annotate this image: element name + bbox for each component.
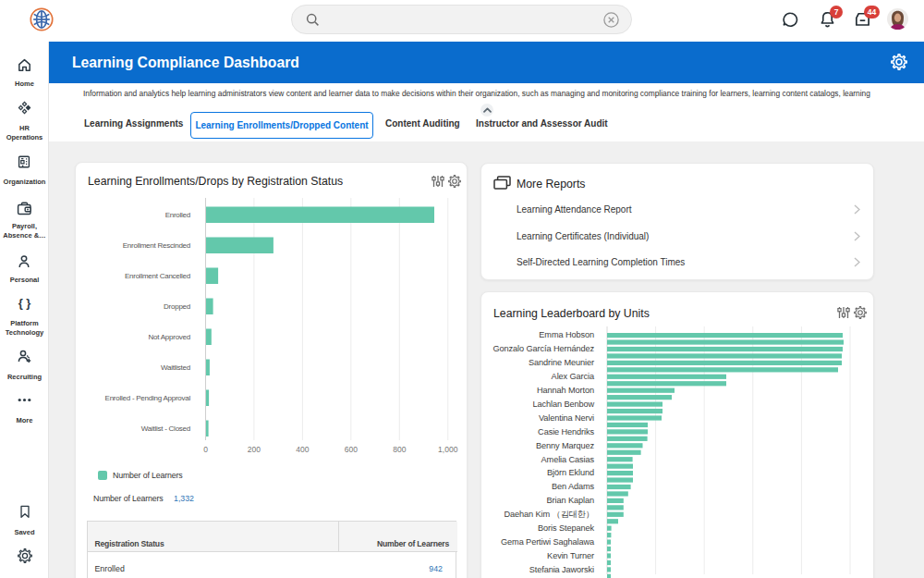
svg-text:Björn Eklund: Björn Eklund <box>547 468 594 477</box>
svg-text:Enrollment Cancelled: Enrollment Cancelled <box>125 272 190 280</box>
svg-text:400: 400 <box>296 445 309 454</box>
svg-text:Daehan Kim （김대한）: Daehan Kim （김대한） <box>505 510 594 519</box>
svg-text:200: 200 <box>248 445 261 454</box>
svg-text:Alex Garcia: Alex Garcia <box>552 372 595 381</box>
svg-text:Enrolled: Enrolled <box>165 211 190 219</box>
svg-text:Dropped: Dropped <box>164 302 190 311</box>
svg-text:Valentina Nervi: Valentina Nervi <box>539 413 594 423</box>
svg-text:Gema Pertiwi Saghalawa: Gema Pertiwi Saghalawa <box>501 537 595 547</box>
svg-text:Not Approved: Not Approved <box>149 333 190 341</box>
svg-text:Waitlist - Closed: Waitlist - Closed <box>141 424 190 433</box>
svg-text:Sandrine Meunier: Sandrine Meunier <box>529 358 594 367</box>
svg-text:0: 0 <box>203 445 208 454</box>
svg-text:Casie Hendriks: Casie Hendriks <box>538 427 594 437</box>
svg-text:Emma Hobson: Emma Hobson <box>539 330 594 339</box>
svg-text:Benny Marquez: Benny Marquez <box>536 441 595 450</box>
svg-text:1,000: 1,000 <box>438 445 458 454</box>
svg-text:600: 600 <box>345 445 358 454</box>
svg-text:Enrollment Rescinded: Enrollment Rescinded <box>123 241 190 250</box>
svg-text:Stefania Jaworski: Stefania Jaworski <box>529 565 594 574</box>
svg-text:Kevin Turner: Kevin Turner <box>547 551 594 560</box>
svg-text:Hannah Morton: Hannah Morton <box>537 386 594 395</box>
svg-text:Amelia Casias: Amelia Casias <box>541 455 595 464</box>
svg-text:Enrolled - Pending Approval: Enrolled - Pending Approval <box>105 394 191 402</box>
svg-text:Brian Kaplan: Brian Kaplan <box>547 496 594 505</box>
svg-text:Lachlan Benbow: Lachlan Benbow <box>532 400 594 409</box>
svg-text:800: 800 <box>393 445 406 454</box>
svg-text:Gonzalo García Hernández: Gonzalo García Hernández <box>493 344 595 353</box>
svg-text:Waitlisted: Waitlisted <box>161 363 190 372</box>
svg-text:Boris Stepanek: Boris Stepanek <box>538 523 594 533</box>
svg-text:Ben Adams: Ben Adams <box>552 482 595 491</box>
